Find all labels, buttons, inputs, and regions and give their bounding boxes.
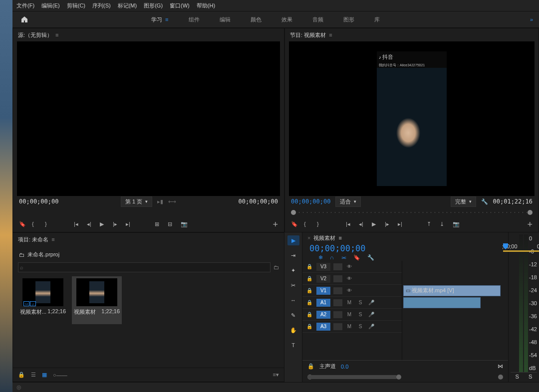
menu-edit[interactable]: 编辑(E): [41, 2, 60, 9]
source-viewer[interactable]: [17, 41, 280, 196]
quality-select[interactable]: 完整▾: [451, 196, 476, 207]
project-title: 项目: 未命名: [18, 236, 48, 243]
workspace-color[interactable]: 颜色: [248, 14, 265, 25]
zoom-slider[interactable]: ○——: [53, 372, 67, 378]
panel-menu-icon[interactable]: ≡: [329, 32, 332, 38]
workspace-overflow-icon[interactable]: »: [530, 16, 533, 22]
workspace-assembly[interactable]: 组件: [186, 14, 203, 25]
goto-in-icon[interactable]: |◂: [346, 221, 353, 228]
track-select-tool-icon[interactable]: ⇥: [287, 250, 299, 260]
source-scrubber[interactable]: [19, 207, 278, 217]
program-scrubber[interactable]: [291, 207, 533, 217]
workspace-editing[interactable]: 编辑: [217, 14, 234, 25]
new-bin-icon[interactable]: 🗀: [273, 264, 279, 270]
timeline-tracks[interactable]: ▭ 视频素材.mp4 [V]: [402, 261, 508, 360]
step-fwd-icon[interactable]: ▸▮: [157, 198, 163, 205]
marker-icon[interactable]: 🔖: [19, 221, 26, 228]
loop-icon[interactable]: ⟷: [168, 198, 176, 205]
marker-icon[interactable]: 🔖: [291, 221, 298, 228]
insert-icon[interactable]: ⊞: [155, 221, 162, 228]
ripple-tool-icon[interactable]: ✦: [287, 265, 299, 275]
track-a1[interactable]: 🔒A1MS🎤: [302, 297, 402, 309]
panel-menu-icon[interactable]: ≡: [51, 236, 54, 242]
workspace-audio[interactable]: 音频: [309, 14, 326, 25]
menu-clip[interactable]: 剪辑(C): [67, 2, 85, 9]
timeline-ruler[interactable]: ;00;00 00;00;29;29 00;00;59;28 00;01;29;…: [502, 243, 508, 253]
pen-tool-icon[interactable]: ✎: [287, 310, 299, 320]
marker-icon[interactable]: 🔖: [353, 254, 360, 261]
program-viewer[interactable]: ♪ 抖音 我的抖音号：Alice342275021: [289, 41, 535, 196]
timeline-panel: × 视频素材 ≡ 00;00;00;00 ❄ ∩ ⫘ 🔖 🔧: [302, 232, 508, 382]
audio-clip[interactable]: [403, 297, 481, 308]
out-point-icon[interactable]: }: [45, 221, 52, 228]
video-clip[interactable]: ▭ 视频素材.mp4 [V]: [403, 285, 501, 296]
workspace-library[interactable]: 库: [371, 14, 383, 25]
home-icon[interactable]: [18, 13, 30, 25]
fit-select[interactable]: 适合▾: [335, 196, 361, 207]
menu-sequence[interactable]: 序列(S): [92, 2, 111, 9]
export-frame-icon[interactable]: 📷: [181, 221, 188, 228]
master-track[interactable]: 🔒主声道 0.0 ⋈: [302, 360, 508, 372]
program-tc-left: 00;00;00;00: [291, 198, 330, 205]
link-icon[interactable]: ⫘: [341, 254, 346, 261]
watermark-text: ♪ 抖音: [377, 51, 447, 63]
extract-icon[interactable]: ⤓: [440, 221, 447, 228]
track-v2[interactable]: 🔒V2👁: [302, 273, 402, 285]
source-tc-right: 00;00;00;00: [239, 198, 278, 205]
step-fwd-icon[interactable]: |▸: [113, 221, 120, 228]
menu-help[interactable]: 帮助(H): [197, 2, 215, 9]
track-a2[interactable]: 🔒A2MS🎤: [302, 309, 402, 321]
step-fwd-icon[interactable]: |▸: [385, 221, 392, 228]
goto-out-icon[interactable]: ▸|: [398, 221, 405, 228]
step-back-icon[interactable]: ◂|: [87, 221, 94, 228]
project-footer: 🔒 ☰ ▦ ○—— ≡▾: [13, 368, 284, 382]
project-search-input[interactable]: [18, 262, 270, 272]
workspace-graphics[interactable]: 图形: [340, 14, 357, 25]
lift-icon[interactable]: ⤒: [427, 221, 434, 228]
menu-file[interactable]: 文件(F): [16, 2, 34, 9]
overwrite-icon[interactable]: ⊟: [168, 221, 175, 228]
snap-icon[interactable]: ❄: [318, 254, 323, 261]
step-back-icon[interactable]: ◂|: [359, 221, 366, 228]
button-editor-icon[interactable]: +: [272, 219, 278, 230]
play-icon[interactable]: ▶: [372, 221, 379, 228]
audio-meters: 0-6 -12-18 -24-30 -36-42 -48-54 dB SS: [508, 232, 539, 382]
cc-icon[interactable]: ◎: [16, 384, 21, 391]
workspace-effects[interactable]: 效果: [278, 14, 295, 25]
icon-view-icon[interactable]: ▦: [42, 372, 47, 378]
play-icon[interactable]: ▶: [100, 221, 107, 228]
track-a3[interactable]: 🔒A3MS🎤: [302, 321, 402, 333]
in-point-icon[interactable]: {: [304, 221, 311, 228]
type-tool-icon[interactable]: T: [287, 340, 299, 350]
workspace-learning[interactable]: 学习 ≡: [148, 14, 172, 25]
panel-menu-icon[interactable]: ≡: [55, 32, 58, 38]
project-bin-item[interactable]: ▭♪ 视频素材...1;22;16: [18, 276, 68, 324]
write-lock-icon[interactable]: 🔒: [18, 372, 25, 378]
track-v3[interactable]: 🔒V3👁: [302, 261, 402, 273]
source-page-select[interactable]: 第 1 页▾: [121, 196, 152, 207]
selection-tool-icon[interactable]: ▶: [287, 235, 299, 245]
in-point-icon[interactable]: {: [32, 221, 39, 228]
menu-graphics[interactable]: 图形(G): [144, 2, 163, 9]
timeline-zoom-scroll[interactable]: [307, 373, 503, 381]
magnet-icon[interactable]: ∩: [330, 254, 334, 261]
export-frame-icon[interactable]: 📷: [453, 221, 460, 228]
razor-tool-icon[interactable]: ✂: [287, 280, 299, 290]
sort-icon[interactable]: ≡▾: [273, 372, 279, 378]
goto-out-icon[interactable]: ▸|: [126, 221, 133, 228]
button-editor-icon[interactable]: +: [527, 219, 533, 230]
wrench-icon[interactable]: 🔧: [481, 198, 488, 205]
menu-marker[interactable]: 标记(M): [118, 2, 137, 9]
out-point-icon[interactable]: }: [317, 221, 324, 228]
panel-menu-icon[interactable]: ≡: [338, 235, 341, 241]
project-panel: 项目: 未命名 ≡ 🗀 未命名.prproj ⌕ 🗀 ▭♪ 视频素材...1;2…: [12, 232, 284, 382]
list-view-icon[interactable]: ☰: [31, 372, 36, 378]
goto-in-icon[interactable]: |◂: [74, 221, 81, 228]
timeline-timecode[interactable]: 00;00;00;00: [309, 243, 395, 253]
menu-window[interactable]: 窗口(W): [170, 2, 190, 9]
settings-icon[interactable]: 🔧: [367, 254, 374, 261]
project-bin-item[interactable]: 视频素材1;22;16: [72, 276, 122, 324]
track-v1[interactable]: 🔒V1👁: [302, 285, 402, 297]
hand-tool-icon[interactable]: ✋: [287, 325, 299, 335]
slip-tool-icon[interactable]: ↔: [287, 295, 299, 305]
